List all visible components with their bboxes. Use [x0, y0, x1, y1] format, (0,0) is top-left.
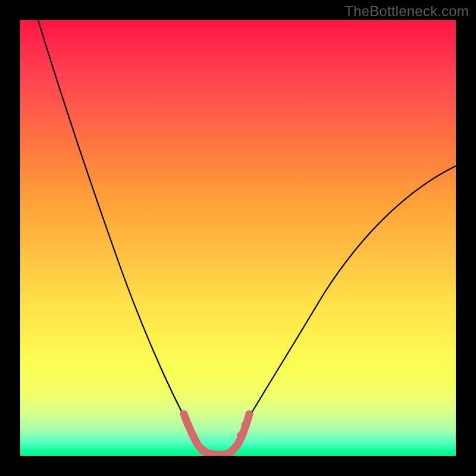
bead-left-1	[180, 411, 188, 418]
chart-frame: TheBottleneck.com	[0, 0, 476, 476]
bead-left-3	[189, 432, 196, 439]
bead-right-3	[237, 432, 244, 439]
watermark-text: TheBottleneck.com	[345, 3, 469, 20]
bead-right-1	[246, 411, 253, 418]
right-curve	[237, 166, 456, 437]
left-curve	[38, 20, 195, 437]
bead-right-2	[242, 421, 249, 428]
bead-left-2	[184, 421, 192, 428]
plot-area	[20, 20, 456, 456]
curves-layer	[20, 20, 456, 456]
